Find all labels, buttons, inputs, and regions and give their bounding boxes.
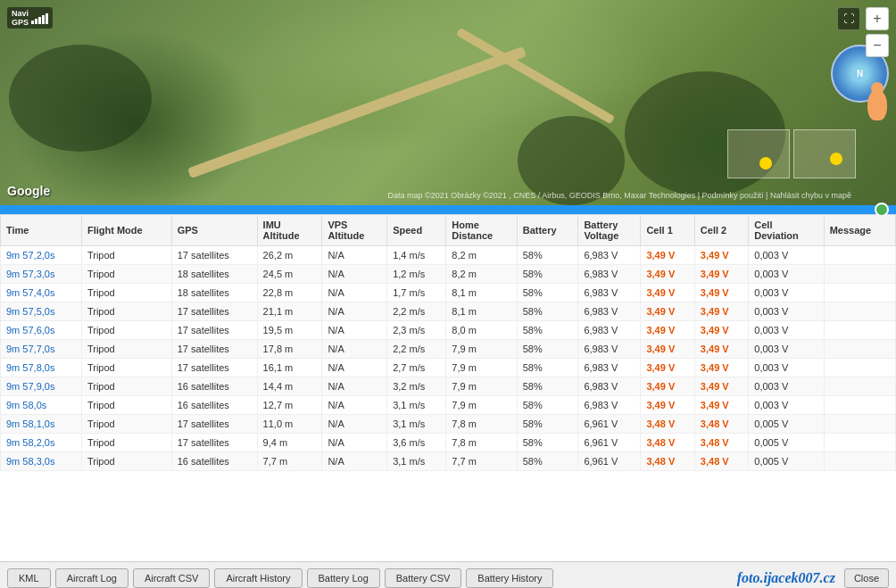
- nav-gps-label: NaviGPS: [7, 7, 53, 29]
- col-flight-mode: Flight Mode: [81, 215, 171, 246]
- table-cell: 6,983 V: [578, 302, 641, 321]
- battery-log-button[interactable]: Battery Log: [307, 568, 380, 588]
- table-row: 9m 58,3,0sTripod16 satellites7,7 mN/A3,1…: [1, 452, 896, 471]
- table-cell: 8,2 m: [446, 246, 517, 265]
- table-cell: 3,49 V: [694, 359, 748, 377]
- table-cell: 3,49 V: [641, 340, 694, 359]
- table-cell: 9m 57,7,0s: [1, 340, 82, 359]
- table-cell: 3,49 V: [694, 302, 748, 321]
- table-cell: 3,48 V: [641, 434, 694, 452]
- table-cell: 3,49 V: [641, 246, 694, 265]
- table-cell: 3,6 m/s: [387, 434, 446, 452]
- table-cell: 3,49 V: [694, 321, 748, 340]
- pegman-body: [867, 89, 887, 120]
- table-cell: 1,7 m/s: [387, 284, 446, 302]
- table-cell: 17 satellites: [171, 359, 257, 377]
- table-cell: [824, 452, 895, 471]
- table-cell: N/A: [322, 265, 387, 284]
- table-cell: 58%: [517, 265, 578, 284]
- battery-history-button[interactable]: Battery History: [466, 568, 553, 588]
- col-cell-deviation: CellDeviation: [749, 215, 824, 246]
- table-cell: 0,003 V: [749, 284, 824, 302]
- table-cell: Tripod: [81, 321, 171, 340]
- table-cell: 0,003 V: [749, 321, 824, 340]
- table-cell: 18 satellites: [171, 265, 257, 284]
- table-cell: [824, 302, 895, 321]
- table-row: 9m 58,2,0sTripod17 satellites9,4 mN/A3,6…: [1, 434, 896, 452]
- table-cell: 9m 57,5,0s: [1, 302, 82, 321]
- table-cell: 0,003 V: [749, 396, 824, 415]
- zoom-in-button[interactable]: +: [866, 7, 889, 30]
- signal-bars: [31, 12, 48, 24]
- col-cell2: Cell 2: [694, 215, 748, 246]
- table-cell: 3,2 m/s: [387, 377, 446, 396]
- table-cell: 3,48 V: [641, 415, 694, 434]
- table-cell: 0,005 V: [749, 434, 824, 452]
- close-button[interactable]: Close: [844, 568, 889, 588]
- table-cell: [824, 359, 895, 377]
- table-cell: 7,7 m: [257, 452, 322, 471]
- pegman-icon[interactable]: [867, 89, 887, 120]
- table-cell: 17 satellites: [171, 415, 257, 434]
- battery-csv-button[interactable]: Battery CSV: [385, 568, 462, 588]
- col-time: Time: [1, 215, 82, 246]
- table-cell: 9m 57,8,0s: [1, 359, 82, 377]
- aircraft-history-button[interactable]: Aircraft History: [214, 568, 302, 588]
- table-cell: 6,983 V: [578, 321, 641, 340]
- aircraft-csv-button[interactable]: Aircraft CSV: [133, 568, 211, 588]
- table-container[interactable]: Time Flight Mode GPS IMUAltitude VPSAlti…: [0, 214, 896, 561]
- data-table-area: Time Flight Mode GPS IMUAltitude VPSAlti…: [0, 214, 896, 561]
- fullscreen-button[interactable]: ⛶: [837, 7, 860, 30]
- table-cell: 0,003 V: [749, 302, 824, 321]
- table-cell: Tripod: [81, 377, 171, 396]
- table-cell: 2,2 m/s: [387, 340, 446, 359]
- table-cell: Tripod: [81, 246, 171, 265]
- table-cell: [824, 321, 895, 340]
- table-cell: 17 satellites: [171, 246, 257, 265]
- minimap-box-1: [727, 129, 790, 178]
- col-home-distance: HomeDistance: [446, 215, 517, 246]
- table-cell: 3,49 V: [694, 265, 748, 284]
- table-cell: 3,49 V: [641, 377, 694, 396]
- table-cell: 1,2 m/s: [387, 265, 446, 284]
- table-cell: 21,1 m: [257, 302, 322, 321]
- table-cell: 0,005 V: [749, 452, 824, 471]
- table-cell: 9,4 m: [257, 434, 322, 452]
- table-cell: 3,49 V: [641, 265, 694, 284]
- table-cell: 9m 58,3,0s: [1, 452, 82, 471]
- table-cell: N/A: [322, 396, 387, 415]
- table-cell: Tripod: [81, 340, 171, 359]
- table-cell: 16 satellites: [171, 452, 257, 471]
- table-cell: 6,983 V: [578, 377, 641, 396]
- table-cell: [824, 284, 895, 302]
- table-cell: [824, 415, 895, 434]
- table-row: 9m 58,0sTripod16 satellites12,7 mN/A3,1 …: [1, 396, 896, 415]
- col-speed: Speed: [387, 215, 446, 246]
- zoom-out-button[interactable]: −: [866, 34, 889, 57]
- table-row: 9m 58,1,0sTripod17 satellites11,0 mN/A3,…: [1, 415, 896, 434]
- table-row: 9m 57,4,0sTripod18 satellites22,8 mN/A1,…: [1, 284, 896, 302]
- table-row: 9m 57,8,0sTripod17 satellites16,1 mN/A2,…: [1, 359, 896, 377]
- table-cell: Tripod: [81, 434, 171, 452]
- table-header-row: Time Flight Mode GPS IMUAltitude VPSAlti…: [1, 215, 896, 246]
- aircraft-log-button[interactable]: Aircraft Log: [55, 568, 129, 588]
- table-cell: 6,961 V: [578, 415, 641, 434]
- kml-button[interactable]: KML: [7, 568, 51, 588]
- col-message: Message: [824, 215, 895, 246]
- table-body: 9m 57,2,0sTripod17 satellites26,2 mN/A1,…: [1, 246, 896, 471]
- table-cell: 6,983 V: [578, 340, 641, 359]
- table-cell: 8,1 m: [446, 284, 517, 302]
- flight-data-table: Time Flight Mode GPS IMUAltitude VPSAlti…: [0, 214, 896, 471]
- table-cell: 11,0 m: [257, 415, 322, 434]
- table-cell: 58%: [517, 452, 578, 471]
- table-cell: 24,5 m: [257, 265, 322, 284]
- table-cell: 6,983 V: [578, 284, 641, 302]
- table-cell: 17 satellites: [171, 340, 257, 359]
- col-vps-altitude: VPSAltitude: [322, 215, 387, 246]
- table-row: 9m 57,2,0sTripod17 satellites26,2 mN/A1,…: [1, 246, 896, 265]
- table-cell: 3,49 V: [641, 359, 694, 377]
- minimap-dot-1: [759, 157, 772, 170]
- table-cell: N/A: [322, 321, 387, 340]
- table-cell: 3,49 V: [641, 302, 694, 321]
- table-cell: [824, 265, 895, 284]
